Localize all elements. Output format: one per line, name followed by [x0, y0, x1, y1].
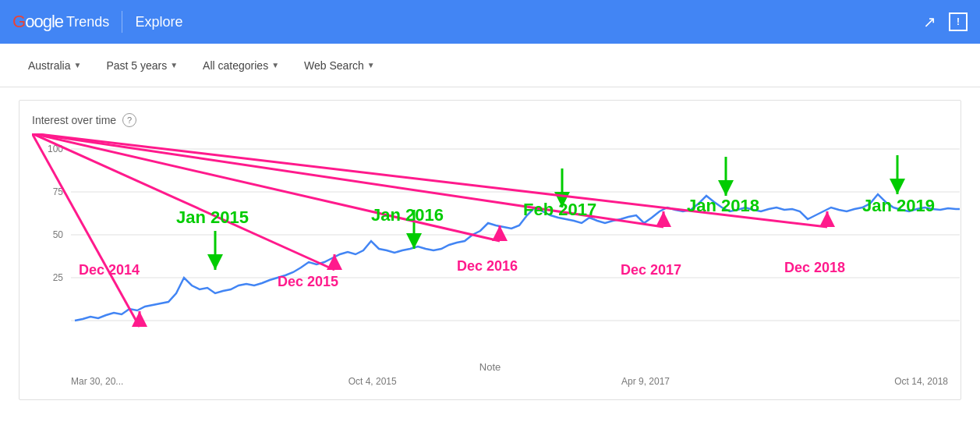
search-type-label: Web Search [304, 59, 364, 72]
header-divider [122, 11, 122, 33]
chart-container: Interest over time ? 100 75 50 25 [19, 100, 961, 400]
svg-line-38 [32, 133, 827, 227]
svg-line-35 [32, 133, 663, 227]
logo: Google Trends [12, 12, 109, 32]
x-axis: Mar 30, 20... Oct 4, 2015 Apr 9, 2017 Oc… [32, 373, 948, 387]
x-label-4: Oct 14, 2018 [894, 376, 948, 387]
x-label-1: Mar 30, 20... [71, 376, 123, 387]
share-icon[interactable]: ↗ [923, 12, 936, 31]
search-type-selector[interactable]: Web Search ▼ [295, 53, 384, 78]
chart-header: Interest over time ? [32, 113, 948, 127]
filter-toolbar: Australia ▼ Past 5 years ▼ All categorie… [0, 44, 980, 87]
category-chevron: ▼ [271, 61, 279, 69]
time-range-selector[interactable]: Past 5 years ▼ [97, 53, 187, 78]
line-chart: 100 75 50 25 [32, 133, 968, 360]
region-selector[interactable]: Australia ▼ [19, 53, 90, 78]
explore-label: Explore [135, 14, 182, 30]
category-label: All categories [203, 59, 268, 72]
time-range-chevron: ▼ [170, 61, 178, 69]
chart-note: Note [32, 361, 948, 373]
feedback-icon[interactable]: ! [949, 12, 968, 31]
region-label: Australia [28, 59, 70, 72]
x-label-2: Oct 4, 2015 [348, 376, 397, 387]
svg-line-26 [32, 133, 140, 327]
help-icon[interactable]: ? [122, 113, 136, 127]
search-type-chevron: ▼ [367, 61, 375, 69]
svg-line-32 [32, 133, 500, 241]
region-chevron: ▼ [73, 61, 81, 69]
header-right: ↗ ! [923, 12, 968, 31]
header-left: Google Trends Explore [12, 11, 182, 33]
svg-line-29 [32, 133, 334, 270]
chart-area: 100 75 50 25 [32, 133, 948, 360]
trends-wordmark: Trends [66, 14, 109, 30]
time-range-label: Past 5 years [106, 59, 167, 72]
google-wordmark: Google [12, 12, 63, 32]
chart-title: Interest over time [32, 114, 116, 126]
app-header: Google Trends Explore ↗ ! [0, 0, 980, 44]
svg-text:25: 25 [53, 272, 64, 283]
category-selector[interactable]: All categories ▼ [193, 53, 288, 78]
x-label-3: Apr 9, 2017 [621, 376, 670, 387]
svg-text:50: 50 [53, 229, 64, 240]
